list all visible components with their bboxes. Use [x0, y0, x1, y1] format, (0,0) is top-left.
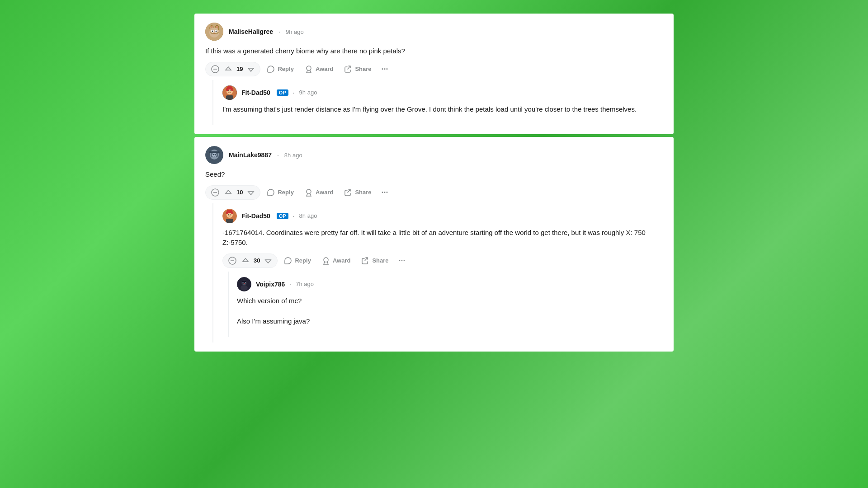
svg-rect-45: [226, 219, 233, 223]
avatar-malise: [205, 23, 223, 41]
collapse-btn-2-1[interactable]: [226, 256, 238, 266]
username-fitdad-2: Fit-Dad50: [241, 212, 270, 220]
reply-btn-2-1[interactable]: Reply: [279, 254, 315, 267]
vote-count-2: 10: [236, 189, 244, 196]
more-btn-2-1[interactable]: ···: [395, 255, 409, 267]
award-btn-2[interactable]: Award: [300, 186, 338, 199]
vote-count-1: 19: [236, 66, 244, 72]
svg-point-13: [211, 26, 212, 28]
comment-card-1: MaliseHaligree · 9h ago If this was a ge…: [194, 14, 674, 134]
username-fitdad-1: Fit-Dad50: [241, 89, 270, 96]
svg-point-54: [241, 285, 248, 291]
vote-section-1: 19: [205, 62, 260, 76]
username-voipix: Voipix786: [256, 281, 285, 288]
time-malise: 9h ago: [286, 28, 304, 35]
upvote-btn-1[interactable]: [223, 65, 234, 74]
upvote-btn-2-1[interactable]: [240, 256, 251, 265]
username-mainlake: MainLake9887: [229, 151, 272, 159]
svg-point-34: [215, 154, 216, 155]
reply-header-1-1: Fit-Dad50 OP · 9h ago: [222, 85, 663, 100]
svg-point-25: [231, 90, 231, 91]
op-badge-1: OP: [277, 89, 288, 96]
time-mainlake: 8h ago: [284, 152, 302, 159]
avatar-mainlake: [205, 146, 223, 164]
svg-point-37: [307, 189, 311, 194]
svg-point-48: [324, 258, 328, 262]
collapse-btn-2[interactable]: [209, 188, 221, 197]
reply-text-voipix: Which version of mc? Also I'm assuming j…: [237, 296, 663, 327]
svg-point-43: [228, 214, 229, 215]
reply-text-1-1: I'm assuming that's just render distance…: [222, 104, 663, 115]
reply-header-voipix: Voipix786 · 7h ago: [237, 277, 663, 291]
voipix-line2: Also I'm assuming java?: [237, 317, 310, 325]
reply-item-1-1: Fit-Dad50 OP · 9h ago I'm assuming that'…: [222, 80, 663, 126]
svg-point-52: [242, 282, 243, 283]
svg-point-17: [307, 66, 311, 70]
vote-count-2-1: 30: [253, 257, 261, 264]
award-btn-2-1[interactable]: Award: [317, 254, 355, 267]
action-bar-1: 19 Reply Award: [205, 62, 663, 76]
action-bar-2: 10 Reply Award: [205, 185, 663, 200]
downvote-btn-2[interactable]: [245, 188, 256, 197]
svg-point-55: [244, 283, 245, 284]
more-btn-1[interactable]: ···: [378, 63, 392, 75]
avatar-voipix: [237, 277, 251, 291]
vote-section-2: 10: [205, 185, 260, 200]
reply-item-2-1: Fit-Dad50 OP · 8h ago -1671764014. Coord…: [222, 203, 663, 343]
svg-point-33: [213, 154, 214, 155]
reply-item-voipix: Voipix786 · 7h ago Which version of mc? …: [237, 272, 663, 338]
comments-container: MaliseHaligree · 9h ago If this was a ge…: [194, 14, 674, 352]
svg-point-44: [231, 214, 231, 215]
reply-btn-1[interactable]: Reply: [262, 62, 298, 76]
award-btn-1[interactable]: Award: [300, 62, 338, 76]
svg-point-7: [216, 31, 217, 32]
reply-thread-2: Fit-Dad50 OP · 8h ago -1671764014. Coord…: [212, 203, 663, 343]
comment-card-2: MainLake9887 · 8h ago Seed? 10: [194, 137, 674, 352]
comment-header-2: MainLake9887 · 8h ago: [205, 146, 663, 164]
voipix-line1: Which version of mc?: [237, 297, 302, 305]
downvote-btn-2-1[interactable]: [263, 256, 274, 265]
reply-header-2-1: Fit-Dad50 OP · 8h ago: [222, 209, 663, 223]
time-fitdad-1: 9h ago: [299, 89, 317, 96]
share-btn-1[interactable]: Share: [340, 62, 376, 76]
reply-thread-1: Fit-Dad50 OP · 9h ago I'm assuming that'…: [212, 80, 663, 126]
nested-reply-thread-2-1: Voipix786 · 7h ago Which version of mc? …: [228, 272, 663, 338]
svg-point-53: [245, 282, 245, 283]
username-malise: MaliseHaligree: [229, 28, 273, 35]
svg-point-14: [216, 26, 218, 28]
reply-text-2-1: -1671764014. Coordinates were pretty far…: [222, 228, 663, 248]
action-bar-2-1: 30 Reply: [222, 253, 663, 268]
time-voipix: 7h ago: [296, 281, 314, 287]
collapse-btn-1[interactable]: [209, 64, 221, 74]
svg-point-3: [209, 28, 219, 38]
op-badge-2: OP: [277, 213, 288, 219]
avatar-fitdad-2: [222, 209, 237, 223]
vote-section-2-1: 30: [222, 253, 278, 268]
comment-header-1: MaliseHaligree · 9h ago: [205, 23, 663, 41]
comment-text-1: If this was a generated cherry biome why…: [205, 46, 663, 56]
svg-rect-26: [226, 95, 233, 100]
share-btn-2-1[interactable]: Share: [357, 254, 393, 267]
more-btn-2[interactable]: ···: [378, 187, 392, 198]
downvote-btn-1[interactable]: [245, 65, 256, 74]
time-fitdad-2: 8h ago: [299, 212, 317, 219]
avatar-fitdad-1: [222, 85, 237, 100]
svg-point-5: [212, 31, 213, 32]
reply-btn-2[interactable]: Reply: [262, 186, 298, 199]
comment-text-2: Seed?: [205, 169, 663, 180]
upvote-btn-2[interactable]: [223, 188, 234, 197]
svg-point-24: [228, 90, 229, 91]
share-btn-2[interactable]: Share: [340, 186, 376, 199]
